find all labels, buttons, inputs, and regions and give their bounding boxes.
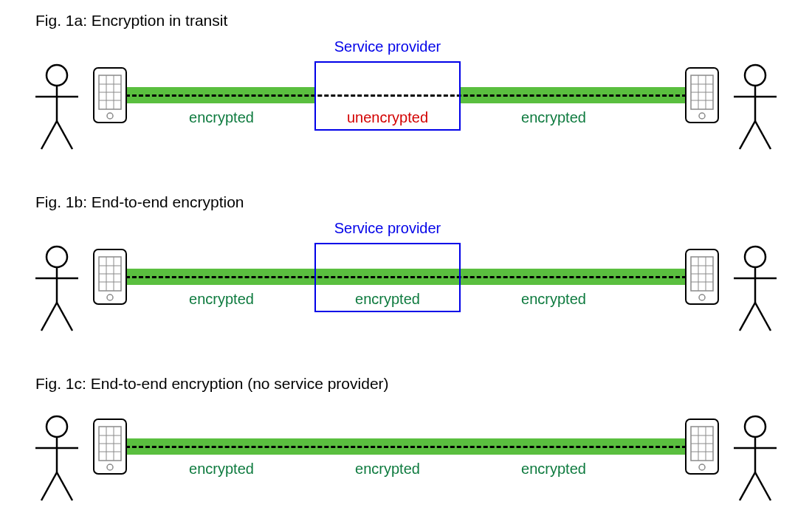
- label-mid-1a: unencrypted: [332, 109, 443, 126]
- stick-figure-right-1a: [729, 63, 781, 152]
- stick-figure-left-1a: [31, 63, 83, 152]
- svg-line-29: [41, 303, 57, 331]
- caption-fig-1c: Fig. 1c: End-to-end encryption (no servi…: [35, 375, 389, 393]
- stick-figure-right-1b: [729, 245, 781, 334]
- label-right-1a: encrypted: [498, 109, 609, 126]
- svg-point-26: [47, 247, 67, 267]
- stick-figure-left-1b: [31, 245, 83, 334]
- svg-line-60: [740, 472, 755, 500]
- stick-figure-right-1c: [729, 415, 781, 503]
- svg-point-52: [47, 416, 67, 437]
- svg-line-61: [755, 472, 771, 500]
- label-left-1b: encrypted: [166, 291, 277, 308]
- phone-left-1b: [92, 248, 128, 306]
- label-right-1b: encrypted: [498, 291, 609, 308]
- label-service-provider-1a: Service provider: [314, 38, 461, 55]
- label-left-1a: encrypted: [166, 109, 277, 126]
- phone-right-1a: [684, 66, 720, 124]
- phone-left-1c: [92, 418, 128, 475]
- svg-line-56: [57, 472, 72, 500]
- phone-left-1a: [92, 66, 128, 124]
- diagram-page: Fig. 1a: Encryption in transit Service p…: [0, 0, 812, 527]
- svg-point-0: [47, 65, 67, 86]
- svg-line-55: [41, 472, 57, 500]
- svg-line-34: [740, 303, 755, 331]
- label-service-provider-1b: Service provider: [314, 220, 461, 237]
- label-left-1c: encrypted: [166, 461, 277, 478]
- label-right-1c: encrypted: [498, 461, 609, 478]
- data-line-1c: [125, 446, 687, 448]
- phone-right-1b: [684, 248, 720, 306]
- svg-line-8: [740, 121, 755, 149]
- svg-line-3: [41, 121, 57, 149]
- svg-point-57: [745, 416, 765, 437]
- caption-fig-1a: Fig. 1a: Encryption in transit: [35, 12, 227, 30]
- phone-right-1c: [684, 418, 720, 475]
- svg-line-30: [57, 303, 72, 331]
- svg-line-4: [57, 121, 72, 149]
- svg-line-35: [755, 303, 771, 331]
- svg-point-31: [745, 247, 765, 267]
- svg-point-5: [745, 65, 765, 86]
- stick-figure-left-1c: [31, 415, 83, 503]
- caption-fig-1b: Fig. 1b: End-to-end encryption: [35, 193, 244, 211]
- svg-line-9: [755, 121, 771, 149]
- label-mid-1b: encrypted: [332, 291, 443, 308]
- label-mid-1c: encrypted: [332, 461, 443, 478]
